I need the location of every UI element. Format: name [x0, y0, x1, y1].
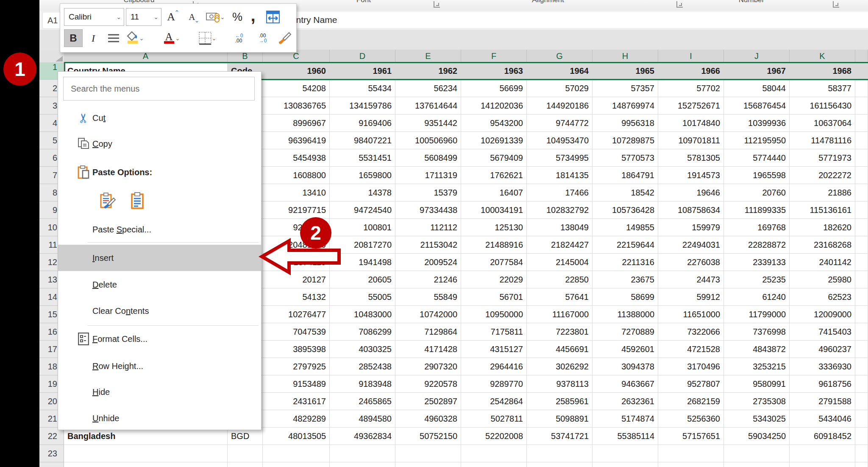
- cell-value[interactable]: 100801: [330, 219, 395, 236]
- cell-value[interactable]: 62523: [790, 288, 855, 306]
- cell-value[interactable]: 1711319: [395, 167, 461, 184]
- cell-value[interactable]: 10399936: [724, 115, 790, 132]
- cell-value[interactable]: 4894580: [330, 410, 395, 428]
- cell-value[interactable]: 7270889: [593, 323, 658, 341]
- cell-value[interactable]: 21488916: [461, 236, 527, 254]
- cell-value[interactable]: 20760: [724, 184, 790, 201]
- cell-value[interactable]: 54208: [263, 80, 330, 97]
- cell-value[interactable]: 130836765: [263, 97, 330, 115]
- paste-button[interactable]: [128, 192, 146, 210]
- chevron-down-icon[interactable]: ⌄: [139, 35, 144, 42]
- cell-value[interactable]: 5781305: [658, 149, 724, 167]
- cell-year-header[interactable]: 1963: [461, 62, 527, 80]
- cell-year-header[interactable]: 1965: [593, 62, 658, 80]
- cell-value[interactable]: 5454938: [263, 149, 330, 167]
- format-painter-button[interactable]: [275, 29, 294, 47]
- cell-value[interactable]: 1762621: [461, 167, 527, 184]
- cell-value[interactable]: 22850: [527, 271, 593, 288]
- column-header-D[interactable]: D: [330, 50, 395, 62]
- dialog-launcher-icon[interactable]: [676, 1, 683, 8]
- cell-value[interactable]: 2465865: [330, 393, 395, 410]
- chevron-down-icon[interactable]: ⌄: [212, 35, 217, 42]
- cell-value[interactable]: 108758634: [658, 201, 724, 219]
- cell-value[interactable]: 109701811: [658, 132, 724, 149]
- cell-value[interactable]: 3336930: [790, 358, 855, 375]
- cell-value[interactable]: 2907320: [395, 358, 461, 375]
- column-header-J[interactable]: J: [724, 50, 790, 62]
- cell-value[interactable]: 152752671: [658, 97, 724, 115]
- cell-value[interactable]: 2276038: [658, 254, 724, 271]
- cell-value[interactable]: 9580991: [724, 375, 790, 393]
- cell-value[interactable]: 7175811: [461, 323, 527, 341]
- cell-value[interactable]: 3026292: [527, 358, 593, 375]
- cell-value[interactable]: 58699: [593, 288, 658, 306]
- cell-value[interactable]: 4030325: [330, 341, 395, 358]
- cell-value[interactable]: 2632361: [593, 393, 658, 410]
- cell-value[interactable]: 25980: [790, 271, 855, 288]
- cell-value[interactable]: [395, 462, 461, 467]
- cell-value[interactable]: [658, 445, 724, 462]
- cell-value[interactable]: 52202008: [461, 428, 527, 445]
- cell-value[interactable]: [461, 445, 527, 462]
- cell-partial[interactable]: [855, 306, 868, 323]
- cell-value[interactable]: 2401142: [790, 254, 855, 271]
- cell-value[interactable]: 3895398: [263, 341, 330, 358]
- cell-value[interactable]: 138049: [527, 219, 593, 236]
- cell-value[interactable]: 15379: [395, 184, 461, 201]
- comma-style-button[interactable]: ,: [247, 6, 259, 24]
- cell-value[interactable]: [461, 462, 527, 467]
- cell-value[interactable]: 104953470: [527, 132, 593, 149]
- cell-value[interactable]: 56699: [461, 80, 527, 97]
- cell-value[interactable]: 2682159: [658, 393, 724, 410]
- cell-value[interactable]: 19646: [658, 184, 724, 201]
- cell-value[interactable]: 4960328: [395, 410, 461, 428]
- cell-value[interactable]: 22494031: [658, 236, 724, 254]
- cell-country-code[interactable]: [228, 445, 263, 462]
- menu-item-hide[interactable]: Hide: [58, 379, 261, 405]
- cell-value[interactable]: 144920186: [527, 97, 593, 115]
- cell-value[interactable]: 9351442: [395, 115, 461, 132]
- shrink-font-button[interactable]: A⌄: [185, 8, 204, 26]
- cell-value[interactable]: [527, 445, 593, 462]
- cell-value[interactable]: 149855: [593, 219, 658, 236]
- cell-value[interactable]: 50752150: [395, 428, 461, 445]
- column-header-I[interactable]: I: [658, 50, 724, 62]
- cell-value[interactable]: 105736428: [593, 201, 658, 219]
- cell-value[interactable]: [790, 445, 855, 462]
- row-header-23[interactable]: 23: [39, 445, 64, 462]
- cell-year-header[interactable]: 1962: [395, 62, 461, 80]
- cell-partial[interactable]: [855, 271, 868, 288]
- cell-value[interactable]: 3094378: [593, 358, 658, 375]
- cell-value[interactable]: 3253215: [724, 358, 790, 375]
- cell-partial[interactable]: [855, 219, 868, 236]
- cell-value[interactable]: 2735308: [724, 393, 790, 410]
- cell-value[interactable]: 7086299: [330, 323, 395, 341]
- cell-value[interactable]: 112112: [395, 219, 461, 236]
- cell-value[interactable]: 156876454: [724, 97, 790, 115]
- cell-value[interactable]: 161156430: [790, 97, 855, 115]
- cell-value[interactable]: 16407: [461, 184, 527, 201]
- cell-value[interactable]: [395, 445, 461, 462]
- menu-item-paste-options[interactable]: Paste Options:: [58, 159, 261, 185]
- cell-value[interactable]: 182620: [790, 219, 855, 236]
- cell-value[interactable]: 2431617: [263, 393, 330, 410]
- cell-value[interactable]: 57641: [527, 288, 593, 306]
- cell-value[interactable]: 100034191: [461, 201, 527, 219]
- cell-value[interactable]: 22029: [461, 271, 527, 288]
- cell-value[interactable]: 2852438: [330, 358, 395, 375]
- cell-value[interactable]: [263, 445, 330, 462]
- menu-item-paste-special[interactable]: Paste Special...: [58, 216, 261, 243]
- cell-value[interactable]: 4721528: [658, 341, 724, 358]
- cell-partial[interactable]: [855, 445, 868, 462]
- grow-font-button[interactable]: A⌃: [164, 8, 184, 26]
- font-size-combo[interactable]: 11 ⌄: [126, 8, 161, 26]
- cell-partial[interactable]: [855, 462, 868, 467]
- cell-value[interactable]: 1608800: [263, 167, 330, 184]
- cell-value[interactable]: 55434: [330, 80, 395, 97]
- cell-value[interactable]: 8996967: [263, 115, 330, 132]
- cell-year-header[interactable]: 1961: [330, 62, 395, 80]
- font-color-button[interactable]: A ⌄: [161, 29, 181, 47]
- percent-style-button[interactable]: %: [229, 8, 246, 26]
- cell-value[interactable]: 21246: [395, 271, 461, 288]
- cell-value[interactable]: 48013505: [263, 428, 330, 445]
